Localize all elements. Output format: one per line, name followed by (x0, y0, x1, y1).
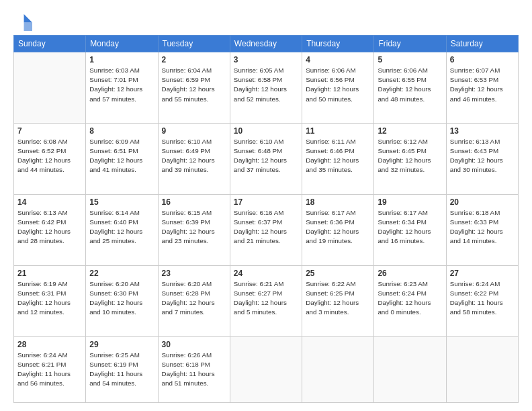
day-number: 13 (450, 126, 515, 136)
header (13, 12, 519, 31)
calendar-cell (374, 336, 446, 403)
day-number: 23 (162, 269, 226, 278)
day-number: 4 (306, 55, 370, 64)
day-number: 26 (378, 269, 442, 278)
day-info: Sunrise: 6:20 AM Sunset: 6:28 PM Dayligh… (162, 279, 226, 318)
day-info: Sunrise: 6:07 AM Sunset: 6:53 PM Dayligh… (450, 66, 515, 104)
calendar-cell: 19Sunrise: 6:17 AM Sunset: 6:34 PM Dayli… (374, 194, 446, 265)
day-number: 16 (162, 197, 226, 207)
calendar-cell (230, 336, 302, 403)
week-row-4: 21Sunrise: 6:19 AM Sunset: 6:31 PM Dayli… (14, 265, 519, 336)
day-number: 15 (89, 197, 154, 207)
day-info: Sunrise: 6:08 AM Sunset: 6:52 PM Dayligh… (17, 137, 82, 175)
day-info: Sunrise: 6:26 AM Sunset: 6:18 PM Dayligh… (162, 351, 226, 389)
day-info: Sunrise: 6:13 AM Sunset: 6:43 PM Dayligh… (450, 137, 515, 175)
calendar-cell: 17Sunrise: 6:16 AM Sunset: 6:37 PM Dayli… (230, 194, 302, 265)
calendar-cell: 28Sunrise: 6:24 AM Sunset: 6:21 PM Dayli… (14, 336, 86, 403)
calendar-cell: 25Sunrise: 6:22 AM Sunset: 6:25 PM Dayli… (302, 265, 374, 336)
day-info: Sunrise: 6:05 AM Sunset: 6:58 PM Dayligh… (234, 66, 298, 104)
calendar-cell: 8Sunrise: 6:09 AM Sunset: 6:51 PM Daylig… (86, 123, 158, 194)
week-row-1: 1Sunrise: 6:03 AM Sunset: 7:01 PM Daylig… (14, 52, 519, 124)
day-number: 3 (234, 55, 298, 64)
day-info: Sunrise: 6:17 AM Sunset: 6:34 PM Dayligh… (378, 208, 442, 246)
day-info: Sunrise: 6:19 AM Sunset: 6:31 PM Dayligh… (17, 279, 82, 318)
calendar-cell: 29Sunrise: 6:25 AM Sunset: 6:19 PM Dayli… (86, 336, 158, 403)
calendar-cell: 7Sunrise: 6:08 AM Sunset: 6:52 PM Daylig… (14, 123, 86, 194)
calendar-table: SundayMondayTuesdayWednesdayThursdayFrid… (13, 35, 519, 403)
day-info: Sunrise: 6:18 AM Sunset: 6:33 PM Dayligh… (450, 208, 515, 246)
weekday-header-row: SundayMondayTuesdayWednesdayThursdayFrid… (14, 36, 519, 52)
day-number: 8 (89, 126, 154, 136)
day-number: 5 (378, 55, 442, 64)
day-info: Sunrise: 6:22 AM Sunset: 6:25 PM Dayligh… (306, 279, 370, 318)
weekday-header-friday: Friday (374, 36, 446, 52)
weekday-header-wednesday: Wednesday (230, 36, 302, 52)
calendar-cell: 26Sunrise: 6:23 AM Sunset: 6:24 PM Dayli… (374, 265, 446, 336)
day-info: Sunrise: 6:03 AM Sunset: 7:01 PM Dayligh… (89, 66, 154, 104)
day-number: 6 (450, 55, 515, 64)
logo-icon (13, 12, 32, 31)
day-info: Sunrise: 6:21 AM Sunset: 6:27 PM Dayligh… (234, 279, 298, 318)
calendar-cell: 12Sunrise: 6:12 AM Sunset: 6:45 PM Dayli… (374, 123, 446, 194)
weekday-header-saturday: Saturday (446, 36, 518, 52)
day-number: 7 (17, 126, 82, 136)
calendar-cell: 30Sunrise: 6:26 AM Sunset: 6:18 PM Dayli… (158, 336, 230, 403)
calendar-cell: 24Sunrise: 6:21 AM Sunset: 6:27 PM Dayli… (230, 265, 302, 336)
day-number: 20 (450, 197, 515, 207)
day-info: Sunrise: 6:15 AM Sunset: 6:39 PM Dayligh… (162, 208, 226, 246)
weekday-header-tuesday: Tuesday (158, 36, 230, 52)
day-number: 24 (234, 269, 298, 278)
calendar-cell: 1Sunrise: 6:03 AM Sunset: 7:01 PM Daylig… (86, 52, 158, 124)
calendar-cell: 9Sunrise: 6:10 AM Sunset: 6:49 PM Daylig… (158, 123, 230, 194)
calendar-cell: 21Sunrise: 6:19 AM Sunset: 6:31 PM Dayli… (14, 265, 86, 336)
calendar-cell: 10Sunrise: 6:10 AM Sunset: 6:48 PM Dayli… (230, 123, 302, 194)
day-number: 17 (234, 197, 298, 207)
day-number: 21 (17, 269, 82, 278)
calendar-cell: 16Sunrise: 6:15 AM Sunset: 6:39 PM Dayli… (158, 194, 230, 265)
week-row-2: 7Sunrise: 6:08 AM Sunset: 6:52 PM Daylig… (14, 123, 519, 194)
calendar-cell: 22Sunrise: 6:20 AM Sunset: 6:30 PM Dayli… (86, 265, 158, 336)
calendar-cell: 11Sunrise: 6:11 AM Sunset: 6:46 PM Dayli… (302, 123, 374, 194)
calendar-cell: 13Sunrise: 6:13 AM Sunset: 6:43 PM Dayli… (446, 123, 518, 194)
calendar-cell: 27Sunrise: 6:24 AM Sunset: 6:22 PM Dayli… (446, 265, 518, 336)
calendar-cell: 14Sunrise: 6:13 AM Sunset: 6:42 PM Dayli… (14, 194, 86, 265)
day-info: Sunrise: 6:12 AM Sunset: 6:45 PM Dayligh… (378, 137, 442, 175)
day-info: Sunrise: 6:11 AM Sunset: 6:46 PM Dayligh… (306, 137, 370, 175)
day-info: Sunrise: 6:13 AM Sunset: 6:42 PM Dayligh… (17, 208, 82, 246)
day-info: Sunrise: 6:25 AM Sunset: 6:19 PM Dayligh… (89, 351, 154, 389)
page: SundayMondayTuesdayWednesdayThursdayFrid… (0, 0, 532, 411)
day-info: Sunrise: 6:09 AM Sunset: 6:51 PM Dayligh… (89, 137, 154, 175)
day-number: 10 (234, 126, 298, 136)
svg-marker-2 (24, 23, 32, 31)
day-number: 2 (162, 55, 226, 64)
day-number: 1 (89, 55, 154, 64)
week-row-5: 28Sunrise: 6:24 AM Sunset: 6:21 PM Dayli… (14, 336, 519, 403)
day-info: Sunrise: 6:06 AM Sunset: 6:55 PM Dayligh… (378, 66, 442, 104)
day-info: Sunrise: 6:06 AM Sunset: 6:56 PM Dayligh… (306, 66, 370, 104)
calendar-cell: 15Sunrise: 6:14 AM Sunset: 6:40 PM Dayli… (86, 194, 158, 265)
day-number: 9 (162, 126, 226, 136)
calendar-cell: 3Sunrise: 6:05 AM Sunset: 6:58 PM Daylig… (230, 52, 302, 124)
calendar-cell: 4Sunrise: 6:06 AM Sunset: 6:56 PM Daylig… (302, 52, 374, 124)
day-info: Sunrise: 6:24 AM Sunset: 6:22 PM Dayligh… (450, 279, 515, 318)
day-number: 14 (17, 197, 82, 207)
day-number: 25 (306, 269, 370, 278)
day-number: 22 (89, 269, 154, 278)
day-info: Sunrise: 6:23 AM Sunset: 6:24 PM Dayligh… (378, 279, 442, 318)
day-info: Sunrise: 6:17 AM Sunset: 6:36 PM Dayligh… (306, 208, 370, 246)
calendar-cell (302, 336, 374, 403)
calendar-cell: 23Sunrise: 6:20 AM Sunset: 6:28 PM Dayli… (158, 265, 230, 336)
day-number: 30 (162, 340, 226, 349)
week-row-3: 14Sunrise: 6:13 AM Sunset: 6:42 PM Dayli… (14, 194, 519, 265)
weekday-header-sunday: Sunday (14, 36, 86, 52)
weekday-header-thursday: Thursday (302, 36, 374, 52)
day-info: Sunrise: 6:16 AM Sunset: 6:37 PM Dayligh… (234, 208, 298, 246)
day-info: Sunrise: 6:04 AM Sunset: 6:59 PM Dayligh… (162, 66, 226, 104)
day-info: Sunrise: 6:20 AM Sunset: 6:30 PM Dayligh… (89, 279, 154, 318)
day-number: 12 (378, 126, 442, 136)
calendar-cell: 6Sunrise: 6:07 AM Sunset: 6:53 PM Daylig… (446, 52, 518, 124)
day-number: 27 (450, 269, 515, 278)
calendar-cell (446, 336, 518, 403)
day-number: 29 (89, 340, 154, 349)
day-number: 11 (306, 126, 370, 136)
